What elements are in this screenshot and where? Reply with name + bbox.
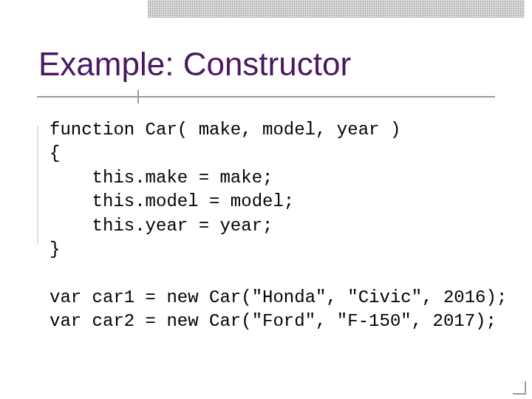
code-line: var car2 = new Car("Ford", "F-150", 2017… [50, 311, 497, 331]
underline-tick [137, 90, 139, 103]
corner-decoration [513, 381, 526, 395]
code-line: this.make = make; [50, 168, 273, 188]
code-block: function Car( make, model, year ) { this… [50, 118, 507, 334]
title-underline [37, 96, 495, 98]
code-line: var car1 = new Car("Honda", "Civic", 201… [50, 287, 507, 307]
side-rule [37, 126, 38, 244]
code-line: this.year = year; [50, 216, 273, 236]
code-line: function Car( make, model, year ) [50, 120, 400, 140]
code-line: } [50, 239, 60, 259]
slide: Example: Constructor function Car( make,… [0, 0, 532, 399]
code-line: this.model = model; [50, 191, 294, 211]
header-pattern [148, 0, 525, 18]
slide-title: Example: Constructor [38, 46, 351, 83]
code-line: { [50, 143, 60, 163]
